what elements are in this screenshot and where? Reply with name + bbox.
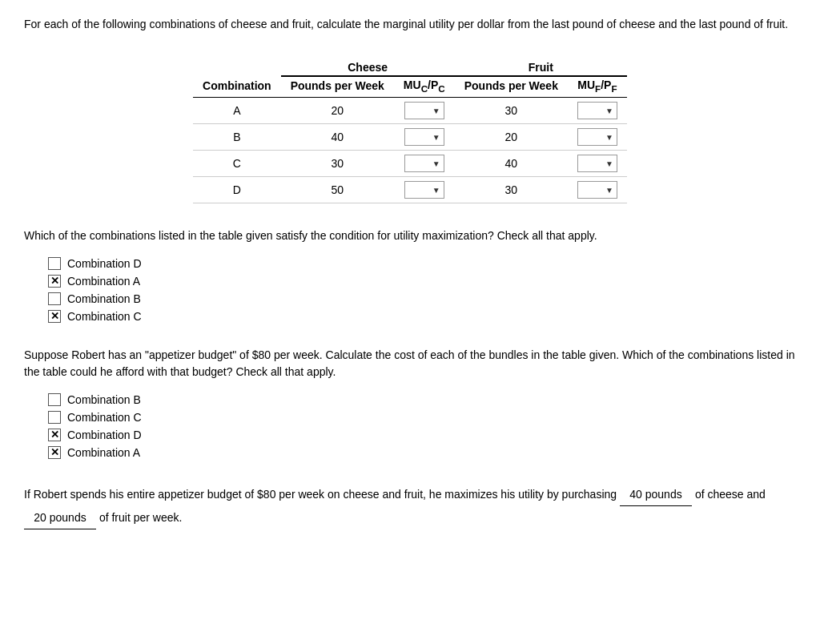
question1-text: Which of the combinations listed in the … <box>24 227 796 244</box>
checkbox-label: Combination B <box>67 292 141 305</box>
cell-muf-dropdown[interactable]: ▼ <box>568 176 627 203</box>
cell-cheese-ppw: 40 <box>281 123 394 150</box>
final-text-before: If Robert spends his entire appetizer bu… <box>24 488 617 501</box>
cell-combo: B <box>193 123 281 150</box>
cheese-amount: 40 pounds <box>620 483 692 506</box>
checkbox-label: Combination D <box>67 429 142 441</box>
question2-text: Suppose Robert has an "appetizer budget"… <box>24 347 796 380</box>
data-table: Cheese Fruit Combination Pounds per Week… <box>193 57 627 203</box>
group-header-row: Cheese Fruit <box>193 57 627 76</box>
checkbox-item[interactable]: ✕Combination A <box>48 275 796 288</box>
checkbox-label: Combination D <box>67 257 142 270</box>
final-section: If Robert spends his entire appetizer bu… <box>24 483 796 529</box>
cell-muc-dropdown[interactable]: ▼ <box>394 176 455 203</box>
checkbox-box[interactable]: ✕ <box>48 275 61 288</box>
checkbox-item[interactable]: ✕Combination C <box>48 310 796 323</box>
cell-combo: A <box>193 97 281 123</box>
cell-muf-dropdown[interactable]: ▼ <box>568 123 627 150</box>
table-row: A20▼30▼ <box>193 97 627 123</box>
cell-fruit-ppw: 40 <box>455 150 568 176</box>
table-section: Cheese Fruit Combination Pounds per Week… <box>24 57 796 203</box>
table-body: A20▼30▼B40▼20▼C30▼40▼D50▼30▼ <box>193 97 627 203</box>
checkbox-item[interactable]: ✕Combination A <box>48 446 796 459</box>
table-row: D50▼30▼ <box>193 176 627 203</box>
checkbox-box[interactable]: ✕ <box>48 429 61 441</box>
checkbox-label: Combination C <box>67 310 142 323</box>
cell-muc-dropdown[interactable]: ▼ <box>394 150 455 176</box>
table-row: C30▼40▼ <box>193 150 627 176</box>
fruit-amount: 20 pounds <box>24 506 96 529</box>
cell-fruit-ppw: 30 <box>455 176 568 203</box>
col-muf-header: MUF/PF <box>568 76 627 97</box>
final-text-after: of fruit per week. <box>99 511 183 524</box>
cell-combo: D <box>193 176 281 203</box>
empty-header <box>193 57 281 76</box>
final-text-middle: of cheese and <box>695 488 766 501</box>
checkbox-label: Combination A <box>67 275 140 288</box>
cell-muc-dropdown[interactable]: ▼ <box>394 123 455 150</box>
table-row: B40▼20▼ <box>193 123 627 150</box>
col-cheese-ppw-header: Pounds per Week <box>281 76 394 97</box>
cell-fruit-ppw: 20 <box>455 123 568 150</box>
question2-options: Combination BCombination C✕Combination D… <box>48 393 796 459</box>
intro-text: For each of the following combinations o… <box>24 16 796 33</box>
cell-cheese-ppw: 50 <box>281 176 394 203</box>
checkbox-box[interactable]: ✕ <box>48 446 61 459</box>
col-muc-header: MUC/PC <box>394 76 455 97</box>
checkbox-box[interactable]: ✕ <box>48 310 61 323</box>
sub-header-row: Combination Pounds per Week MUC/PC Pound… <box>193 76 627 97</box>
checkbox-item[interactable]: ✕Combination D <box>48 429 796 441</box>
cell-muc-dropdown[interactable]: ▼ <box>394 97 455 123</box>
cell-fruit-ppw: 30 <box>455 97 568 123</box>
cell-combo: C <box>193 150 281 176</box>
checkbox-box[interactable] <box>48 411 61 424</box>
checkbox-label: Combination C <box>67 411 142 424</box>
checkbox-box[interactable] <box>48 257 61 270</box>
checkbox-item[interactable]: Combination B <box>48 292 796 305</box>
checkbox-item[interactable]: Combination C <box>48 411 796 424</box>
checkbox-item[interactable]: Combination B <box>48 393 796 406</box>
cell-muf-dropdown[interactable]: ▼ <box>568 97 627 123</box>
cell-cheese-ppw: 20 <box>281 97 394 123</box>
fruit-group-header: Fruit <box>455 57 627 76</box>
checkbox-label: Combination B <box>67 393 141 406</box>
col-fruit-ppw-header: Pounds per Week <box>455 76 568 97</box>
checkbox-label: Combination A <box>67 446 140 459</box>
cell-muf-dropdown[interactable]: ▼ <box>568 150 627 176</box>
checkbox-box[interactable] <box>48 292 61 305</box>
checkbox-item[interactable]: Combination D <box>48 257 796 270</box>
cheese-group-header: Cheese <box>281 57 455 76</box>
col-combination-header: Combination <box>193 76 281 97</box>
checkbox-box[interactable] <box>48 393 61 406</box>
cell-cheese-ppw: 30 <box>281 150 394 176</box>
question1-options: Combination D✕Combination ACombination B… <box>48 257 796 323</box>
